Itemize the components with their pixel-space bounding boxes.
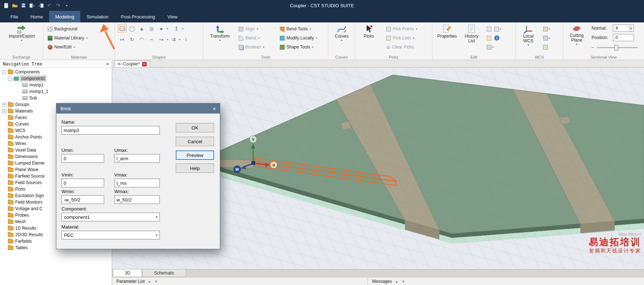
- modify-locally-button[interactable]: Modify Locally▾: [280, 34, 317, 42]
- name-input[interactable]: [61, 126, 160, 135]
- tab-schematic[interactable]: Schematic: [142, 269, 186, 277]
- clear-picks-button[interactable]: ⊘ Clear Picks: [386, 43, 414, 51]
- history-list-button[interactable]: History List: [461, 24, 482, 43]
- close-icon[interactable]: ×: [106, 61, 109, 67]
- position-input[interactable]: 0: [613, 34, 634, 41]
- material-select[interactable]: PEC ▾: [61, 231, 160, 239]
- model-wave-icon: ≋: [117, 61, 121, 67]
- sweep-tool-button[interactable]: ∼: [147, 35, 156, 43]
- redo-icon[interactable]: ↷: [55, 3, 61, 9]
- local-wcs-button[interactable]: Local WCS ▾: [518, 24, 539, 47]
- collapse-down-icon[interactable]: ▾: [154, 279, 158, 284]
- filter-icon[interactable]: [487, 45, 491, 50]
- umin-input[interactable]: [61, 154, 104, 163]
- close-tab-icon[interactable]: ×: [142, 62, 147, 67]
- cone-tool-button[interactable]: ▲: [137, 25, 146, 33]
- umax-input[interactable]: [114, 154, 160, 163]
- undo-icon[interactable]: ↶: [46, 3, 52, 9]
- wmin-input[interactable]: [61, 195, 104, 204]
- picks-button[interactable]: Picks: [358, 24, 380, 39]
- parametric-update-button[interactable]: ▾: [494, 27, 501, 31]
- ok-button[interactable]: OK: [176, 123, 214, 132]
- tree-item[interactable]: Sub: [0, 95, 112, 101]
- wcs-align-button[interactable]: ▾: [543, 34, 550, 42]
- ribbon-tab-home[interactable]: Home: [24, 11, 49, 22]
- wcs-transform-button[interactable]: ▾: [543, 25, 550, 33]
- bend-tools-button[interactable]: Bend Tools▾: [280, 25, 311, 33]
- pick-lists-button[interactable]: Pick Lists▾: [386, 34, 414, 42]
- ribbon-tab-post-processing[interactable]: Post-Processing: [115, 11, 161, 22]
- rotate-tool-button[interactable]: ↻: [128, 35, 136, 43]
- align-button[interactable]: Align▾: [239, 25, 258, 33]
- cancel-button[interactable]: Cancel: [176, 137, 214, 146]
- extrude-tool-button[interactable]: ↥: [172, 25, 181, 33]
- messages-bar[interactable]: Messages ▴ ▾: [368, 277, 405, 285]
- slider-thumb[interactable]: [614, 45, 618, 51]
- wmax-input[interactable]: [114, 195, 160, 204]
- coil-tool-button[interactable]: ≀: [182, 35, 190, 43]
- collapse-up-icon[interactable]: ▴: [148, 279, 152, 284]
- torus-tool-button[interactable]: ◎: [147, 25, 156, 33]
- vmin-input[interactable]: [61, 179, 104, 187]
- calculator-icon[interactable]: [487, 27, 491, 31]
- tree-item[interactable]: mstrip1_1: [0, 88, 112, 95]
- save-icon[interactable]: [20, 3, 26, 9]
- tree-expander[interactable]: +: [2, 103, 6, 107]
- ellipse-tool-button[interactable]: ◯: [128, 25, 136, 33]
- open-file-icon[interactable]: [12, 3, 18, 9]
- normal-select[interactable]: X ▾: [613, 25, 634, 32]
- info-icon[interactable]: i: [494, 35, 499, 41]
- dialog-title-bar[interactable]: Brick ×: [56, 103, 220, 114]
- tree-expander[interactable]: -: [8, 77, 12, 81]
- translate-tool-button[interactable]: ↦: [118, 35, 127, 43]
- pick-points-button[interactable]: Pick Points▾: [386, 25, 417, 33]
- transform-button[interactable]: Transform ▾: [207, 24, 233, 42]
- brick-tool-button[interactable]: [118, 25, 127, 33]
- curves-button[interactable]: Curves ▾: [331, 24, 352, 42]
- new-file-icon[interactable]: [3, 3, 9, 9]
- vmax-input[interactable]: [114, 179, 160, 187]
- collapse-down-icon[interactable]: ▾: [401, 279, 405, 284]
- position-slider[interactable]: [597, 45, 637, 50]
- tab-3d[interactable]: 3D: [113, 269, 142, 277]
- multi-tool-button[interactable]: ⇉: [169, 35, 178, 43]
- component-select[interactable]: component1 ▾: [61, 213, 160, 221]
- tree-item-icon: [8, 181, 13, 185]
- chevron-down-icon: ▾: [492, 46, 494, 49]
- tree-item[interactable]: - component1: [0, 75, 112, 82]
- ribbon-tab-file[interactable]: File: [4, 11, 24, 22]
- ribbon: Import/Export ▾ Exchange Background Mate…: [0, 22, 644, 60]
- shape-tools-button[interactable]: Shape Tools▾: [280, 43, 314, 51]
- export-icon[interactable]: [38, 3, 44, 9]
- tree-item-icon: [8, 135, 13, 139]
- material-library-button[interactable]: Material Library ▾: [48, 34, 88, 42]
- parameter-list-bar[interactable]: Parameter List ▴ ▾: [112, 277, 367, 285]
- boolean-button[interactable]: Boolean▾: [239, 43, 264, 51]
- ribbon-tab-simulation[interactable]: Simulation: [80, 11, 115, 22]
- tree-item[interactable]: mstrip1: [0, 82, 112, 88]
- ribbon-tab-modeling[interactable]: Modeling: [49, 11, 81, 22]
- background-button[interactable]: Background: [48, 25, 77, 33]
- sphere-tool-button[interactable]: ●: [157, 25, 166, 33]
- preview-button[interactable]: Preview: [176, 150, 214, 160]
- tree-expander[interactable]: -: [2, 70, 6, 74]
- properties-button[interactable]: Properties: [435, 24, 459, 39]
- tree-item[interactable]: - Components: [0, 69, 112, 75]
- new-edit-button[interactable]: New/Edit ▾: [48, 43, 75, 51]
- ribbon-tab-view[interactable]: View: [161, 11, 184, 22]
- import-export-button[interactable]: Import/Export ▾: [8, 24, 35, 42]
- help-button[interactable]: Help: [176, 163, 214, 173]
- close-icon[interactable]: ×: [213, 106, 216, 112]
- blend-button[interactable]: Blend▾: [239, 34, 260, 42]
- group-label-sectional-view: Sectional View: [563, 55, 644, 59]
- cutting-plane-button[interactable]: Cutting Plane ▾: [565, 24, 589, 46]
- import-icon[interactable]: [29, 3, 35, 9]
- edit-parameters-icon[interactable]: [487, 36, 491, 41]
- collapse-up-icon[interactable]: ▴: [395, 279, 399, 284]
- arc-tool-button[interactable]: ◠: [137, 35, 146, 43]
- qat-menu-icon[interactable]: ▾: [64, 3, 70, 9]
- wcs-store-button[interactable]: [543, 43, 548, 51]
- tree-expander[interactable]: +: [2, 109, 6, 113]
- document-tab-coupler[interactable]: ≋ Coupler* ×: [114, 60, 150, 67]
- loft-tool-button[interactable]: ↝: [157, 35, 166, 43]
